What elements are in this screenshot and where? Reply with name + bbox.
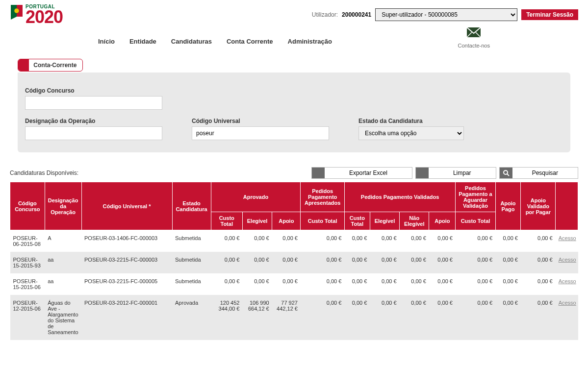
th-apoio-validado-pagar: Apoio Validado por Pagar bbox=[521, 182, 556, 230]
table-cell: POSEUR-03-1406-FC-000003 bbox=[81, 230, 172, 252]
table-cell: Aprovada bbox=[172, 295, 211, 340]
results-table: Código Concurso Designação da Operação C… bbox=[10, 182, 578, 340]
svg-point-0 bbox=[14, 8, 19, 13]
main-nav: Início Entidade Candidaturas Conta Corre… bbox=[98, 29, 332, 54]
logout-button[interactable]: Terminar Sessão bbox=[521, 9, 578, 20]
table-cell: 0,00 € bbox=[370, 273, 399, 295]
acesso-link[interactable]: Acesso bbox=[559, 300, 576, 306]
th-ppv-custo-total: Custo Total bbox=[344, 212, 370, 230]
th-codigo-universal: Código Universal * bbox=[81, 182, 172, 230]
search-icon bbox=[500, 168, 512, 178]
table-cell: Submetida bbox=[172, 230, 211, 252]
tab-label: Conta-Corrente bbox=[30, 60, 82, 71]
table-cell: Submetida bbox=[172, 273, 211, 295]
table-cell: 0,00 € bbox=[211, 252, 242, 273]
table-cell: 77 927 442,12 € bbox=[272, 295, 301, 340]
table-cell: aa bbox=[45, 252, 81, 273]
tab-conta-corrente[interactable]: Conta-Corrente bbox=[18, 59, 83, 72]
table-cell: 0,00 € bbox=[495, 295, 521, 340]
th-ppv-elegivel: Elegível bbox=[370, 212, 399, 230]
th-estado: Estado Candidatura bbox=[172, 182, 211, 230]
table-cell: 0,00 € bbox=[456, 252, 495, 273]
table-cell: 0,00 € bbox=[400, 273, 429, 295]
table-cell: 0,00 € bbox=[211, 230, 242, 252]
nav-inicio[interactable]: Início bbox=[98, 29, 115, 54]
svg-point-2 bbox=[504, 170, 508, 174]
th-ppa-group: Pedidos Pagamento Apresentados bbox=[301, 182, 344, 212]
export-icon bbox=[312, 168, 325, 178]
codigo-universal-label: Código Universal bbox=[192, 118, 329, 124]
estado-select[interactable]: Escolha uma opção bbox=[358, 126, 464, 140]
table-cell: 0,00 € bbox=[242, 273, 272, 295]
estado-label: Estado da Candidatura bbox=[358, 118, 464, 124]
table-row: POSEUR-15-2015-93aaPOSEUR-03-2215-FC-000… bbox=[10, 252, 578, 273]
th-access bbox=[556, 182, 578, 230]
table-cell: 0,00 € bbox=[429, 252, 456, 273]
table-cell: 0,00 € bbox=[344, 273, 370, 295]
th-aprov-elegivel: Elegível bbox=[242, 212, 272, 230]
table-cell: 0,00 € bbox=[301, 230, 344, 252]
table-row: POSEUR-06-2015-08APOSEUR-03-1406-FC-0000… bbox=[10, 230, 578, 252]
nav-administracao[interactable]: Administração bbox=[288, 29, 332, 54]
th-designacao: Designação da Operação bbox=[45, 182, 81, 230]
table-cell: 0,00 € bbox=[242, 230, 272, 252]
table-cell: 0,00 € bbox=[521, 295, 556, 340]
search-button[interactable]: Pesquisar bbox=[499, 167, 578, 179]
th-ppv-group: Pedidos Pagamento Validados bbox=[344, 182, 456, 212]
table-cell: POSEUR-15-2015-06 bbox=[10, 273, 45, 295]
table-cell: POSEUR-03-2012-FC-000001 bbox=[81, 295, 172, 340]
th-aprov-custo-total: Custo Total bbox=[211, 212, 242, 230]
table-cell: 0,00 € bbox=[495, 230, 521, 252]
table-cell: 0,00 € bbox=[370, 252, 399, 273]
table-cell: 0,00 € bbox=[429, 273, 456, 295]
nav-conta-corrente[interactable]: Conta Corrente bbox=[227, 29, 273, 54]
th-ppag-group: Pedidos Pagamento a Aguardar Validação bbox=[456, 182, 495, 212]
acesso-link[interactable]: Acesso bbox=[559, 278, 576, 284]
table-cell: 0,00 € bbox=[400, 295, 429, 340]
table-cell: Submetida bbox=[172, 252, 211, 273]
table-cell: 0,00 € bbox=[429, 230, 456, 252]
nav-candidaturas[interactable]: Candidaturas bbox=[171, 29, 212, 54]
table-cell: Águas do Ave - Alargamento do Sistema de… bbox=[45, 295, 81, 340]
table-cell: 0,00 € bbox=[344, 252, 370, 273]
nav-entidade[interactable]: Entidade bbox=[129, 29, 156, 54]
clear-button[interactable]: Limpar bbox=[415, 167, 496, 179]
th-ppa-custo-total: Custo Total bbox=[301, 212, 344, 230]
th-apoio-pago: Apoio Pago bbox=[495, 182, 521, 230]
contact-text: Contacte-nos bbox=[458, 43, 490, 48]
designacao-input[interactable] bbox=[25, 126, 162, 140]
user-value: 200000241 bbox=[342, 11, 371, 18]
filter-panel: Código Concurso Designação da Operação C… bbox=[18, 73, 570, 152]
codigo-universal-input[interactable] bbox=[192, 126, 329, 140]
envelope-icon bbox=[464, 26, 484, 39]
codigo-concurso-label: Código Concurso bbox=[25, 87, 162, 94]
th-codigo-concurso: Código Concurso bbox=[10, 182, 45, 230]
table-cell: 0,00 € bbox=[521, 273, 556, 295]
clear-icon bbox=[416, 168, 429, 178]
table-cell: 0,00 € bbox=[400, 252, 429, 273]
table-cell: 0,00 € bbox=[456, 295, 495, 340]
table-cell: 0,00 € bbox=[370, 230, 399, 252]
acesso-link[interactable]: Acesso bbox=[559, 235, 576, 241]
table-cell: 0,00 € bbox=[456, 273, 495, 295]
th-aprovado-group: Aprovado bbox=[211, 182, 301, 212]
role-select[interactable]: Super-utilizador - 500000085 bbox=[375, 8, 517, 21]
table-cell: 0,00 € bbox=[272, 230, 301, 252]
designacao-label: Designação da Operação bbox=[25, 118, 162, 124]
th-ppv-nao-elegivel: Não Elegível bbox=[400, 212, 429, 230]
table-cell: POSEUR-06-2015-08 bbox=[10, 230, 45, 252]
table-cell: 0,00 € bbox=[495, 273, 521, 295]
table-cell: A bbox=[45, 230, 81, 252]
table-cell: 0,00 € bbox=[429, 295, 456, 340]
table-cell: 0,00 € bbox=[495, 252, 521, 273]
svg-line-3 bbox=[507, 174, 509, 176]
acesso-link[interactable]: Acesso bbox=[559, 257, 576, 263]
table-cell: 0,00 € bbox=[301, 295, 344, 340]
table-cell: aa bbox=[45, 273, 81, 295]
export-excel-button[interactable]: Exportar Excel bbox=[311, 167, 412, 179]
contact-link[interactable]: Contacte-nos bbox=[458, 26, 490, 48]
table-cell: 0,00 € bbox=[242, 252, 272, 273]
table-cell: 0,00 € bbox=[272, 252, 301, 273]
codigo-concurso-input[interactable] bbox=[25, 96, 162, 110]
table-row: POSEUR-12-2015-06Águas do Ave - Alargame… bbox=[10, 295, 578, 340]
